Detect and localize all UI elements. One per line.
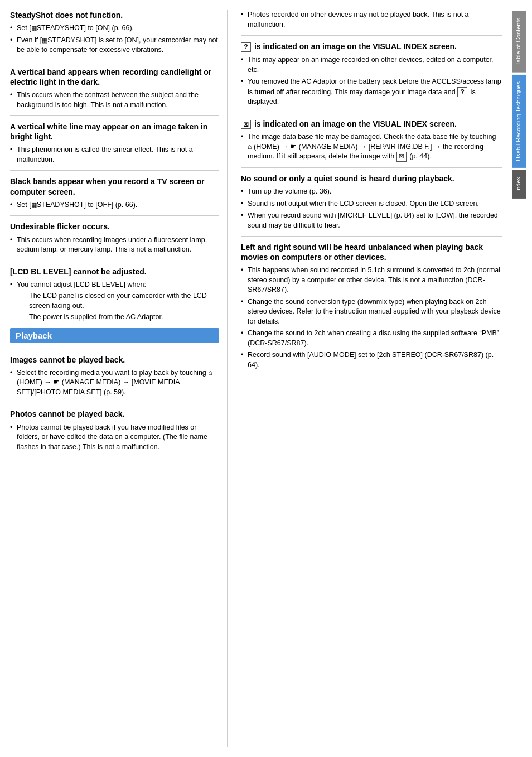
bullet-list-flicker: This occurs when recording images under … (10, 235, 219, 255)
list-item: When you record sound with [MICREF LEVEL… (241, 211, 502, 230)
sidebar-tab-table-of-contents[interactable]: Table of Contents (512, 11, 526, 73)
left-column: SteadyShot does not function. Set [▦STEA… (10, 10, 228, 747)
section-no-sound: No sound or only a quiet sound is heard … (241, 173, 502, 230)
list-item: You cannot adjust [LCD BL LEVEL] when: T… (10, 280, 219, 322)
right-column: Photos recorded on other devices may not… (233, 10, 505, 747)
section-title-vertical-band: A vertical band appears when recording c… (10, 67, 219, 87)
list-item: This occurs when recording images under … (10, 235, 219, 255)
sidebar-tab-label: Index (515, 177, 521, 192)
divider (10, 115, 219, 116)
divider (10, 261, 219, 261)
bullet-list-lcd-bl-level: You cannot adjust [LCD BL LEVEL] when: T… (10, 280, 219, 322)
list-item: Photos recorded on other devices may not… (241, 10, 502, 30)
question-icon-inline: ? (457, 87, 467, 98)
bullet-list-no-sound: Turn up the volume (p. 36). Sound is not… (241, 187, 502, 230)
section-title-white-line: A vertical white line may appear on an i… (10, 122, 219, 142)
list-item: This occurs when the contrast between th… (10, 90, 219, 110)
list-item: Set [▦STEADYSHOT] to [ON] (p. 66). (10, 23, 219, 33)
list-item: Record sound with [AUDIO MODE] set to [2… (241, 350, 502, 370)
sidebar-tab-index[interactable]: Index (512, 170, 526, 199)
divider (10, 61, 219, 61)
section-title-left-right-unbalanced: Left and right sound will be heard unbal… (241, 242, 502, 262)
divider (241, 236, 502, 237)
section-title-lcd-bl-level: [LCD BL LEVEL] cannot be adjusted. (10, 267, 219, 277)
bullet-list-image-icon-visual-index: The image data base file may be damaged.… (241, 132, 502, 162)
section-title-no-sound: No sound or only a quiet sound is heard … (241, 173, 502, 184)
divider (241, 35, 502, 36)
sidebar-tab-useful-recording[interactable]: Useful Recording Techniques (512, 75, 526, 168)
section-title-images-cannot-play: Images cannot be played back. (10, 355, 219, 365)
sub-list-lcd: The LCD panel is closed on your camcorde… (21, 291, 219, 322)
section-title-text: is indicated on an image on the VISUAL I… (254, 119, 457, 128)
divider (10, 349, 219, 349)
list-item: Turn up the volume (p. 36). (241, 187, 502, 197)
list-item: The power is supplied from the AC Adapto… (21, 312, 219, 322)
list-item: Change the sound conversion type (downmi… (241, 297, 502, 327)
section-photos-cannot-play: Photos cannot be played back. Photos can… (10, 409, 219, 452)
list-item: You removed the AC Adaptor or the batter… (241, 77, 502, 107)
divider (241, 113, 502, 113)
section-steadyshot: SteadyShot does not function. Set [▦STEA… (10, 10, 219, 55)
list-item: Set [▦STEADYSHOT] to [OFF] (p. 66). (10, 200, 219, 210)
section-question-visual-index: ? is indicated on an image on the VISUAL… (241, 41, 502, 107)
list-item: Change the sound to 2ch when creating a … (241, 329, 502, 348)
playback-header: Playback (10, 328, 219, 343)
section-left-right-unbalanced: Left and right sound will be heard unbal… (241, 242, 502, 370)
image-broken-icon-inline: ☒ (396, 152, 407, 161)
section-black-bands: Black bands appear when you record a TV … (10, 176, 219, 210)
list-item: Even if [▦STEADYSHOT] is set to [ON], yo… (10, 36, 219, 55)
bullet-list-white-line: This phenomenon is called the smear effe… (10, 145, 219, 165)
section-white-line: A vertical white line may appear on an i… (10, 122, 219, 165)
divider (10, 170, 219, 171)
sidebar: Table of Contents Useful Recording Techn… (511, 10, 526, 747)
section-images-cannot-play: Images cannot be played back. Select the… (10, 355, 219, 398)
main-content: SteadyShot does not function. Set [▦STEA… (0, 0, 532, 757)
page-container: SteadyShot does not function. Set [▦STEA… (0, 0, 532, 757)
section-title-image-icon-visual-index: ☒ is indicated on an image on the VISUAL… (241, 119, 502, 129)
list-item: Select the recording media you want to p… (10, 368, 219, 398)
section-title-question-visual-index: ? is indicated on an image on the VISUAL… (241, 41, 502, 52)
list-item: This may appear on an image recorded on … (241, 55, 502, 75)
image-broken-icon: ☒ (241, 120, 251, 129)
sidebar-tab-label: Table of Contents (515, 18, 521, 66)
list-item: This phenomenon is called the smear effe… (10, 145, 219, 165)
list-item: The image data base file may be damaged.… (241, 132, 502, 162)
divider (10, 215, 219, 216)
list-item: The LCD panel is closed on your camcorde… (21, 291, 219, 311)
sidebar-tab-label: Useful Recording Techniques (515, 81, 521, 161)
section-title-text: is indicated on an image on the VISUAL I… (254, 42, 457, 51)
list-item: This happens when sound recorded in 5.1c… (241, 266, 502, 295)
bullet-list-vertical-band: This occurs when the contrast between th… (10, 90, 219, 110)
section-title-steadyshot: SteadyShot does not function. (10, 10, 219, 20)
section-title-black-bands: Black bands appear when you record a TV … (10, 176, 219, 196)
section-vertical-band: A vertical band appears when recording c… (10, 67, 219, 110)
question-icon: ? (241, 42, 251, 52)
bullet-list-steadyshot: Set [▦STEADYSHOT] to [ON] (p. 66). Even … (10, 23, 219, 55)
list-item: Photos cannot be played back if you have… (10, 423, 219, 452)
section-lcd-bl-level: [LCD BL LEVEL] cannot be adjusted. You c… (10, 267, 219, 322)
divider (10, 403, 219, 403)
bullet-list-left-right-unbalanced: This happens when sound recorded in 5.1c… (241, 266, 502, 370)
list-item: Sound is not output when the LCD screen … (241, 199, 502, 209)
bullet-list-question-visual-index: This may appear on an image recorded on … (241, 55, 502, 107)
bullet-list-photos-other: Photos recorded on other devices may not… (241, 10, 502, 30)
bullet-list-black-bands: Set [▦STEADYSHOT] to [OFF] (p. 66). (10, 200, 219, 210)
section-title-flicker: Undesirable flicker occurs. (10, 221, 219, 232)
divider (241, 167, 502, 168)
section-image-icon-visual-index: ☒ is indicated on an image on the VISUAL… (241, 119, 502, 162)
section-flicker: Undesirable flicker occurs. This occurs … (10, 221, 219, 254)
bullet-list-photos-cannot-play: Photos cannot be played back if you have… (10, 423, 219, 452)
section-photos-other-devices: Photos recorded on other devices may not… (241, 10, 502, 30)
bullet-list-images-cannot-play: Select the recording media you want to p… (10, 368, 219, 398)
section-title-photos-cannot-play: Photos cannot be played back. (10, 409, 219, 419)
